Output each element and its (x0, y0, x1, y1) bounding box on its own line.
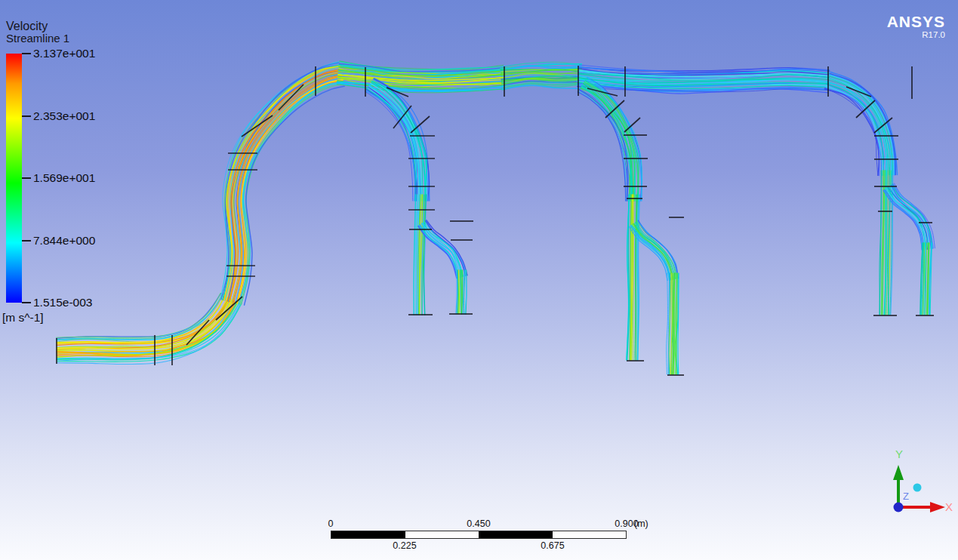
triad-y-label: Y (895, 448, 903, 460)
streamline (242, 84, 344, 304)
ruler-segment (479, 531, 553, 538)
streamline (825, 88, 878, 176)
streamline (239, 83, 343, 304)
streamline (229, 72, 341, 301)
z-axis-node (894, 503, 904, 512)
scale-ruler-unit: (m) (634, 518, 648, 529)
streamline (229, 71, 341, 302)
ruler-top-label: 0 (328, 518, 334, 529)
ansys-logo: ANSYS R17.0 (887, 14, 945, 39)
streamline (824, 89, 879, 176)
ruler-segment (405, 531, 479, 538)
ruler-bottom-label: 0.675 (541, 540, 564, 551)
streamline (240, 82, 343, 304)
x-axis-arrowhead (930, 502, 945, 512)
triad-x-label: X (945, 500, 953, 513)
ruler-segment (331, 531, 405, 538)
streamline (667, 273, 668, 374)
streamline (237, 80, 343, 303)
y-axis-arrowhead (893, 465, 904, 480)
ansys-logo-name: ANSYS (887, 14, 945, 30)
ruler-top-label: 0.450 (467, 518, 490, 529)
ansys-logo-version: R17.0 (887, 30, 945, 39)
streamline (57, 296, 225, 343)
ruler-bottom-label: 0.225 (393, 540, 416, 551)
ruler-segment (553, 531, 627, 538)
viewport[interactable]: Velocity Streamline 1 3.137e+0012.353e+0… (0, 0, 958, 560)
axis-triad[interactable]: Z Y X (853, 436, 958, 523)
triad-z-label: Z (903, 491, 909, 502)
streamline (57, 295, 224, 343)
streamline (241, 83, 343, 304)
triad-node (913, 484, 922, 492)
streamline (581, 88, 631, 201)
streamline (242, 84, 344, 305)
streamline (233, 75, 341, 303)
scale-ruler-bar (331, 531, 627, 539)
streamline (824, 89, 879, 175)
scale-ruler: 00.4500.900 0.2250.675 (m) (331, 518, 663, 552)
streamline (57, 294, 221, 339)
streamline-canvas[interactable] (0, 0, 958, 560)
